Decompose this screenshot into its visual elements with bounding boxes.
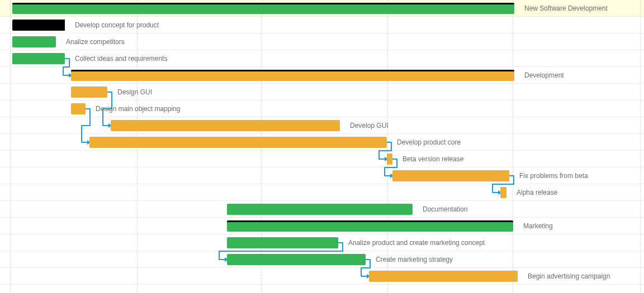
gantt-bar-label: Documentation	[423, 205, 468, 214]
gantt-bar-label: Beta version release	[402, 155, 463, 164]
gantt-bar[interactable]	[392, 170, 509, 181]
gantt-bar-label: Begin advertising campaign	[528, 272, 610, 281]
gantt-bar[interactable]	[227, 237, 338, 248]
gantt-bar[interactable]	[227, 254, 366, 265]
gridline	[513, 0, 513, 293]
gantt-bar-label: Analize product and create marketing con…	[348, 239, 485, 247]
gridline	[640, 0, 641, 293]
gantt-bar[interactable]	[111, 120, 340, 131]
gridline	[387, 0, 388, 293]
gantt-bar[interactable]	[71, 103, 86, 114]
gantt-bar[interactable]	[227, 220, 513, 232]
gantt-bar[interactable]	[227, 204, 413, 215]
gantt-bar-label: Design GUI	[117, 88, 152, 97]
gantt-bar-progress	[12, 20, 65, 31]
gantt-bar-label: Develop concept for product	[75, 21, 159, 30]
gantt-bar[interactable]	[12, 36, 56, 47]
gantt-bar-label: Create marketing strategy	[376, 256, 453, 264]
gantt-bar-label: Develop GUI	[350, 122, 389, 130]
gantt-bar[interactable]	[89, 137, 387, 148]
gridline	[10, 0, 11, 293]
gantt-bar-label: Marketing	[523, 222, 553, 230]
gantt-bar[interactable]	[500, 187, 506, 198]
gantt-bar[interactable]	[12, 53, 65, 64]
gantt-bar-label: Develop product core	[397, 138, 461, 147]
gantt-bar-label: Alpha release	[517, 189, 557, 197]
gantt-bar[interactable]	[387, 153, 392, 165]
gantt-bar[interactable]	[71, 87, 107, 98]
gantt-bar-label: Development	[524, 71, 564, 80]
gantt-bar-label: Fix problems from beta	[519, 172, 588, 180]
gantt-row	[0, 151, 644, 167]
gantt-chart[interactable]: New Software DevelopmentDevelop concept …	[0, 0, 644, 293]
gantt-bar-label: New Software Development	[524, 4, 608, 13]
gantt-bar-label: Collect ideas and requirements	[75, 55, 167, 63]
gantt-bar[interactable]	[369, 271, 518, 282]
gantt-bar-label: Design main object mapping	[96, 105, 180, 113]
gantt-bar[interactable]	[12, 3, 514, 14]
gantt-bar[interactable]	[12, 20, 65, 31]
gantt-bar[interactable]	[71, 70, 514, 81]
gantt-bar-label: Analize competitors	[66, 38, 125, 46]
